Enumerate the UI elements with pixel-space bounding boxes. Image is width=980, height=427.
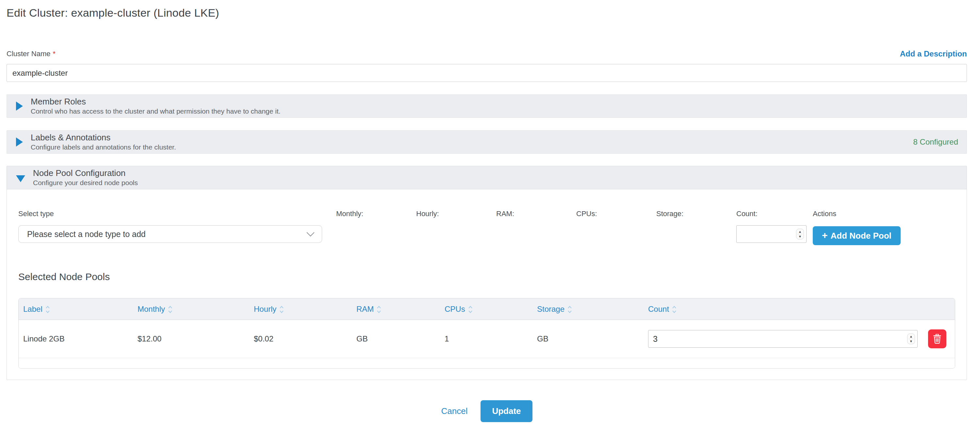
required-asterisk: * — [52, 50, 56, 58]
add-node-pool-button-label: Add Node Pool — [831, 231, 891, 241]
row-count-input-wrap: ▲ ▼ — [648, 330, 918, 348]
cluster-name-label: Cluster Name* — [6, 50, 56, 58]
row-count-input[interactable] — [648, 330, 917, 348]
chevron-right-icon — [16, 102, 23, 111]
spinner-up-icon[interactable]: ▲ — [799, 230, 802, 233]
column-header-monthly[interactable]: Monthly — [137, 305, 254, 314]
cell-hourly: $0.02 — [254, 334, 356, 343]
section-subtitle: Configure your desired node pools — [33, 179, 138, 187]
section-title: Labels & Annotations — [31, 133, 176, 143]
node-pools-table: Label Monthly Hourly RAM — [18, 298, 955, 368]
sort-icon[interactable] — [568, 305, 572, 314]
stat-ram-label: RAM: — [496, 210, 576, 218]
column-header-storage[interactable]: Storage — [537, 305, 648, 314]
select-type-group: Select type Please select a node type to… — [18, 210, 322, 243]
stat-hourly: Hourly: — [416, 210, 496, 243]
cell-label: Linode 2GB — [23, 334, 137, 343]
count-label: Count: — [736, 210, 807, 218]
sort-icon[interactable] — [672, 305, 676, 314]
number-spinner[interactable]: ▲ ▼ — [796, 229, 804, 240]
node-type-select-value: Please select a node type to add — [27, 230, 146, 239]
chevron-down-icon — [306, 229, 314, 237]
sort-icon[interactable] — [168, 305, 172, 314]
stat-storage-value — [656, 225, 736, 243]
count-group: Count: ▲ ▼ — [736, 210, 807, 243]
section-subtitle: Control who has access to the cluster an… — [31, 107, 281, 115]
delete-node-pool-button[interactable] — [928, 329, 947, 348]
section-title: Member Roles — [31, 97, 281, 107]
actions-label: Actions — [813, 210, 900, 218]
cell-monthly: $12.00 — [137, 334, 254, 343]
edit-cluster-page: Edit Cluster: example-cluster (Linode LK… — [0, 0, 980, 422]
stat-cpus: CPUs: — [576, 210, 656, 243]
add-node-pool-button[interactable]: + Add Node Pool — [813, 226, 900, 245]
sort-icon[interactable] — [45, 305, 50, 314]
section-node-pool-text: Node Pool Configuration Configure your d… — [33, 168, 138, 187]
section-member-roles[interactable]: Member Roles Control who has access to t… — [6, 94, 967, 118]
section-labels-annotations[interactable]: Labels & Annotations Configure labels an… — [6, 130, 967, 154]
stat-hourly-label: Hourly: — [416, 210, 496, 218]
stat-ram: RAM: — [496, 210, 576, 243]
spinner-divider — [909, 339, 913, 339]
stat-monthly: Monthly: — [336, 210, 416, 243]
chevron-down-icon — [16, 175, 25, 182]
cluster-name-header-row: Cluster Name* Add a Description — [6, 49, 967, 59]
add-node-pool-form: Select type Please select a node type to… — [18, 210, 955, 245]
sort-icon[interactable] — [468, 305, 473, 314]
column-header-cpus[interactable]: CPUs — [445, 305, 537, 314]
cluster-name-input[interactable] — [6, 64, 967, 82]
number-spinner[interactable]: ▲ ▼ — [907, 333, 915, 344]
plus-icon: + — [822, 230, 828, 241]
section-member-roles-text: Member Roles Control who has access to t… — [31, 97, 281, 116]
stat-cpus-value — [576, 225, 656, 243]
update-button[interactable]: Update — [480, 400, 532, 422]
node-pool-configuration-panel: Node Pool Configuration Configure your d… — [6, 166, 967, 380]
stat-storage: Storage: — [656, 210, 736, 243]
add-description-link[interactable]: Add a Description — [900, 49, 967, 59]
section-subtitle: Configure labels and annotations for the… — [31, 143, 176, 151]
column-header-count[interactable]: Count — [648, 305, 955, 314]
cell-cpus: 1 — [445, 334, 537, 343]
stat-storage-label: Storage: — [656, 210, 736, 218]
table-row: Linode 2GB $12.00 $0.02 GB 1 GB ▲ ▼ — [19, 320, 955, 358]
sort-icon[interactable] — [279, 305, 284, 314]
section-labels-annotations-text: Labels & Annotations Configure labels an… — [31, 133, 176, 151]
cancel-button[interactable]: Cancel — [441, 406, 468, 416]
configured-badge: 8 Configured — [913, 137, 958, 146]
spinner-down-icon[interactable]: ▼ — [910, 340, 913, 343]
cell-ram: GB — [356, 334, 445, 343]
table-header-row: Label Monthly Hourly RAM — [19, 298, 955, 320]
trash-icon — [933, 334, 942, 344]
stat-monthly-value — [336, 225, 416, 243]
column-header-hourly[interactable]: Hourly — [254, 305, 356, 314]
spinner-up-icon[interactable]: ▲ — [910, 335, 913, 338]
node-type-select[interactable]: Please select a node type to add — [18, 225, 322, 243]
selected-node-pools-heading: Selected Node Pools — [18, 271, 955, 283]
cell-storage: GB — [537, 334, 648, 343]
sort-icon[interactable] — [377, 305, 381, 314]
spinner-down-icon[interactable]: ▼ — [799, 235, 802, 238]
column-header-ram[interactable]: RAM — [356, 305, 445, 314]
node-pool-panel-body: Select type Please select a node type to… — [7, 210, 967, 380]
stat-ram-value — [496, 225, 576, 243]
select-type-label: Select type — [18, 210, 322, 218]
stat-cpus-label: CPUs: — [576, 210, 656, 218]
section-title: Node Pool Configuration — [33, 168, 138, 178]
cell-count: ▲ ▼ — [648, 329, 955, 348]
form-footer-actions: Cancel Update — [6, 400, 967, 422]
actions-group: Actions + Add Node Pool — [813, 210, 900, 245]
stat-hourly-value — [416, 225, 496, 243]
section-node-pool-configuration[interactable]: Node Pool Configuration Configure your d… — [7, 166, 967, 189]
stat-monthly-label: Monthly: — [336, 210, 416, 218]
page-title: Edit Cluster: example-cluster (Linode LK… — [6, 6, 967, 19]
table-footer-strip — [19, 358, 955, 368]
count-input-wrap: ▲ ▼ — [736, 225, 807, 243]
chevron-right-icon — [16, 137, 23, 146]
column-header-label[interactable]: Label — [23, 305, 137, 314]
